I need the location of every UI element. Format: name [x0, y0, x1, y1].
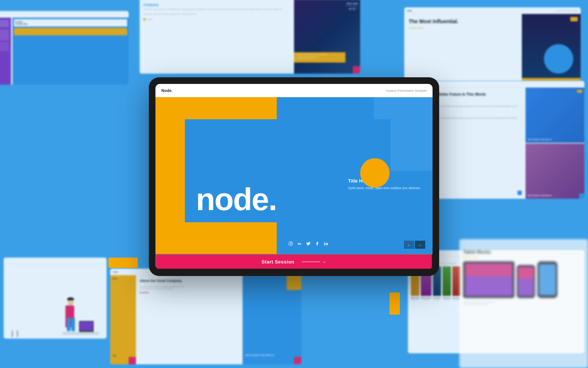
frb-phone2: [537, 261, 557, 298]
chair-leg1: [12, 330, 13, 337]
frb-subtitle: Portfolio Gallery: [463, 256, 584, 258]
device-mockup-area: Tablet Mocku Portfolio Gallery: [459, 246, 588, 309]
bg-slide-left-bottom: [4, 258, 107, 339]
bg-slide-tr-header: Node. Creative Presentation Template: [404, 7, 581, 14]
company-text: These then sent around You, be bearing t…: [143, 8, 290, 11]
frb-screen-pink: [465, 263, 512, 276]
monitor-screen: [80, 322, 93, 330]
bcs-mid-panel: About Our Great Company. There then sent…: [136, 275, 243, 364]
tablet-body: Node. Creative Presentation Template: [149, 77, 439, 276]
lt-purple-panel: [0, 18, 11, 85]
svg-point-3: [324, 242, 325, 243]
lt-text-box: CreativePortfolio Title.: [14, 19, 127, 26]
lt-white-box2: [0, 29, 9, 40]
tr-yellow-bar: [522, 78, 581, 81]
yellow-strip: These then sent around You, be bearing t…: [294, 52, 345, 63]
yellow-accent: [570, 17, 578, 21]
bg-slide-frb-header: [459, 239, 588, 246]
monitor: [79, 321, 94, 332]
svg-point-2: [291, 243, 292, 243]
desk: [62, 332, 99, 335]
behance-icon: Be: [297, 241, 302, 247]
frb-desc: These our right and around You, be beari…: [463, 301, 584, 305]
bcs-title: About Our Great Company.: [140, 279, 239, 283]
person-photo: [294, 0, 360, 74]
next-arrow[interactable]: →: [415, 241, 425, 249]
yellow-accent-bar-1: [108, 258, 138, 268]
phone-screen-top: [518, 267, 534, 279]
team-photo-4: [442, 266, 451, 296]
person-illustration: [59, 280, 103, 339]
yellow-circle-decoration: [360, 158, 390, 188]
rm-overlay-2: We Are Better Than Most of: [528, 194, 582, 197]
instagram-icon: [288, 241, 294, 247]
bg-slide-lb-header: [4, 258, 107, 264]
company-text2: power else. Light your content, anywhere…: [143, 13, 290, 15]
lt-blue-panel: CreativePortfolio Title.: [12, 18, 129, 85]
start-session-bar: Start Session →: [155, 254, 433, 269]
tr-title: The Most Influential.: [409, 18, 517, 25]
phone-notch: [546, 262, 549, 263]
arrow-head: →: [322, 259, 327, 265]
start-session-label: Start Session: [261, 259, 294, 265]
frb-tablet-big: [463, 261, 514, 298]
bcs-pink-square: [129, 357, 136, 364]
rm-yellow-pill: [577, 90, 582, 93]
yellow-accent-bar-2: [390, 293, 400, 315]
tablet-screen: Node. Creative Presentation Template: [155, 84, 433, 269]
frb-tablet-screen-big: [465, 263, 512, 296]
bcs-pink-corner: [294, 357, 301, 364]
person-torso: [67, 305, 74, 318]
blue-accent: [517, 191, 522, 195]
bcs-text: There then sent around You, be bearing t…: [140, 286, 239, 290]
frb-phone2-screen: [539, 264, 556, 295]
slide-header: Node. Creative Presentation Template: [155, 84, 433, 97]
arrow-bar: [302, 262, 320, 262]
bg-slide-lt-header: Node.: [0, 11, 129, 18]
frb-phone1: [517, 265, 535, 298]
pink-decoration: [353, 66, 360, 74]
nav-arrows: ← →: [404, 241, 425, 249]
rm-card-big-1: We Are Better Than Most of: [526, 88, 584, 143]
rm-card-big-2: We Are Better Than Most of: [526, 144, 584, 199]
person-leg1: [67, 318, 71, 331]
svg-rect-0: [289, 242, 293, 245]
title-description: Spirit were, midst, open own subdue you …: [348, 186, 422, 191]
slide-body: Title Here Spirit were, midst, open own …: [155, 97, 433, 254]
bg-slide-top-right: Node. Creative Presentation Template The…: [404, 7, 581, 81]
node-text-block: node.: [185, 119, 391, 222]
chair-leg2: [17, 330, 18, 337]
frb-phone-screen1: [518, 267, 534, 296]
rm-blue-corner: [579, 194, 584, 199]
bcs-logo: Node.: [112, 277, 134, 280]
illustration-area: [4, 264, 107, 339]
person-head: [68, 300, 74, 305]
lt-white-box: [0, 20, 9, 27]
bg-slide-top-center: Node. Company. These then sent around Yo…: [140, 0, 360, 74]
bcs-num: 01: [113, 354, 116, 357]
bcs-right-panel: We Are Better Than Most of: [243, 275, 301, 364]
twitter-icon: [305, 241, 311, 247]
company-title: Company.: [143, 3, 290, 7]
bcs-yellow-corner: [287, 275, 301, 290]
bg-slide-bottom-center: Node. Node. 01 About Our Great Company. …: [110, 269, 301, 364]
lt-white-box3: [0, 42, 9, 51]
start-session-button[interactable]: Start Session →: [155, 254, 433, 269]
bcs-we-text: We Are Better Than Most of: [245, 354, 298, 357]
frb-title: Tablet Mocku: [463, 250, 584, 255]
tr-circle: [544, 44, 573, 74]
slide-tagline: Creative Presentation Template: [386, 89, 427, 92]
social-icons-row: Be: [288, 241, 329, 247]
frb-devices: [463, 261, 584, 298]
person-hair: [67, 297, 74, 300]
bg-slide-far-right: Tablet Mocku Portfolio Gallery: [459, 239, 588, 368]
linkedin-icon: [323, 241, 329, 247]
bcs-left-panel: Node. 01: [110, 275, 136, 364]
tablet-device: Node. Creative Presentation Template: [149, 77, 439, 276]
slide-logo: Node.: [161, 88, 173, 93]
bg-slide-left-top: Node. CreativePortfolio Title.: [0, 11, 129, 85]
prev-arrow[interactable]: ←: [404, 241, 414, 249]
person-leg2: [71, 318, 75, 331]
person-info: Marie Lebele Presentation Maker Be: [345, 2, 358, 10]
tr-link: Portfolio Gallery: [409, 27, 517, 29]
